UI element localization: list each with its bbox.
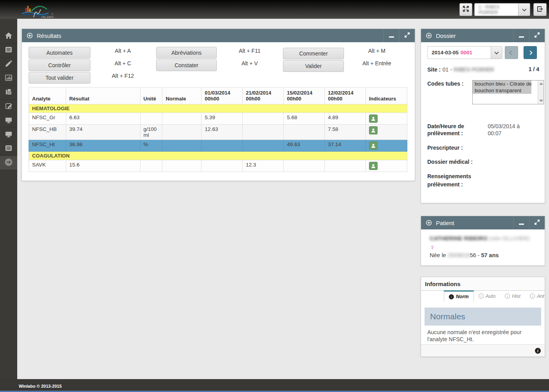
logout-button[interactable] bbox=[533, 3, 547, 16]
listbox-scrollbar[interactable] bbox=[538, 81, 544, 104]
tab-norm[interactable]: ↓ Norm bbox=[444, 290, 474, 302]
expand-button[interactable] bbox=[399, 29, 415, 42]
record-page-indicator: 1 / 4 bbox=[529, 66, 539, 72]
tab-ant[interactable]: ↓ Ant bbox=[525, 290, 549, 302]
scroll-down-icon[interactable] bbox=[539, 100, 543, 102]
codes-tubes-listbox[interactable]: bouchon bleu - Citrate de s bouchon tran… bbox=[472, 80, 544, 104]
field-label: Prescripteur : bbox=[427, 145, 463, 151]
site-row: Site : 01 - RIBES POIRIER 1 / 4 bbox=[427, 66, 539, 73]
sidebar-item-screen-2[interactable] bbox=[0, 128, 17, 142]
informations-footer: i bbox=[421, 344, 545, 356]
normales-message: Aucune normale n'est enregistrée pour l'… bbox=[427, 329, 541, 343]
list-item[interactable]: bouchon transparent bbox=[473, 87, 531, 94]
result-cell bbox=[162, 140, 202, 152]
sidebar-item-statistics[interactable] bbox=[0, 72, 17, 86]
expand-icon bbox=[534, 32, 540, 39]
circle-down-arrow-icon: ↓ bbox=[479, 294, 484, 299]
indicator-cell bbox=[365, 160, 407, 172]
minimize-button[interactable] bbox=[513, 29, 529, 42]
abreviations-button[interactable]: Abréviations bbox=[156, 47, 217, 59]
result-cell bbox=[162, 113, 202, 125]
minimize-button[interactable] bbox=[513, 216, 529, 229]
sidebar-item-enter-results[interactable] bbox=[0, 100, 17, 114]
record-number: 0001 bbox=[461, 50, 472, 55]
sidebar-item-fax[interactable] bbox=[0, 86, 17, 100]
sidebar-item-home[interactable] bbox=[0, 29, 17, 43]
person-icon bbox=[371, 116, 376, 121]
result-cell: % bbox=[140, 140, 162, 152]
record-date: 2014-03-05 bbox=[432, 50, 459, 55]
circle-down-arrow-icon: ↓ bbox=[505, 294, 510, 299]
left-sidebar bbox=[0, 19, 17, 379]
results-table-header-row: AnalyteRésultatUnitéNormale01/03/2014 00… bbox=[29, 88, 407, 104]
tout-valider-button[interactable]: Tout valider bbox=[29, 72, 90, 84]
minimize-icon bbox=[519, 220, 524, 226]
column-header: 21/02/2014 00h00 bbox=[243, 88, 284, 104]
patient-name: CATHERINE RIBEIRO bbox=[430, 235, 488, 242]
indicator-cell bbox=[365, 125, 407, 140]
winlabo-logo: INLABO ® bbox=[11, 1, 58, 20]
column-header: Analyte bbox=[29, 88, 66, 104]
indicator-button[interactable] bbox=[369, 141, 378, 150]
column-header: 01/03/2014 00h00 bbox=[202, 88, 243, 104]
controler-button[interactable]: Contrôler bbox=[29, 59, 90, 71]
table-row[interactable]: NFSC_Ht36.98%49.6337.14 bbox=[29, 140, 407, 152]
table-row[interactable]: HEMATOLOGIE bbox=[29, 104, 407, 113]
section-label: COAGULATION bbox=[29, 152, 407, 160]
chevron-left-icon bbox=[509, 50, 513, 55]
table-row[interactable]: SAVK15.612.3 bbox=[29, 160, 407, 172]
user-session-select[interactable]: 1 - RIBES POIRIER bbox=[474, 3, 530, 16]
previous-record-button[interactable] bbox=[505, 46, 518, 59]
table-row[interactable]: NFSC_Gr6.635.395.684.89 bbox=[29, 113, 407, 125]
results-panel: Résultats Automates Contrôler Tout valid… bbox=[22, 29, 415, 181]
table-row[interactable]: COAGULATION bbox=[29, 152, 407, 160]
results-table: AnalyteRésultatUnitéNormale01/03/2014 00… bbox=[29, 87, 407, 172]
field-label: Renseignements prélèvement : bbox=[427, 173, 471, 188]
person-icon bbox=[371, 164, 376, 168]
result-cell bbox=[202, 160, 243, 172]
list-icon bbox=[5, 46, 13, 55]
indicator-button[interactable] bbox=[369, 115, 378, 123]
sidebar-item-worklist[interactable] bbox=[0, 43, 17, 57]
site-label: Site : bbox=[427, 66, 441, 73]
result-cell bbox=[243, 113, 284, 125]
gender-female-icon: ♀ bbox=[430, 243, 435, 251]
automates-button[interactable]: Automates bbox=[29, 47, 90, 59]
column-header: 12/02/2014 00h00 bbox=[325, 88, 366, 104]
table-row[interactable]: NFSC_HB39.74g/100 ml12.637.58 bbox=[29, 125, 407, 140]
expand-button[interactable] bbox=[529, 216, 545, 229]
sidebar-item-next-record[interactable] bbox=[0, 156, 17, 170]
result-cell bbox=[202, 140, 243, 152]
sidebar-item-screen-1[interactable] bbox=[0, 114, 17, 128]
record-select[interactable]: 2014-03-05 0001 bbox=[427, 46, 502, 59]
footer-copyright: Winlabo © 2013-2015 bbox=[19, 384, 62, 388]
indicator-button[interactable] bbox=[369, 126, 378, 134]
field-label: Dossier médical : bbox=[427, 159, 473, 165]
result-cell bbox=[162, 125, 202, 140]
top-header-bar: INLABO ® 1 - RIBES POIRIER bbox=[0, 0, 549, 19]
expand-button[interactable] bbox=[529, 29, 545, 42]
arrow-right-circle-icon bbox=[4, 158, 13, 168]
field-renseignements: Renseignements prélèvement : bbox=[427, 172, 494, 189]
patient-panel-header: Patient bbox=[421, 216, 545, 229]
sidebar-item-edit[interactable] bbox=[0, 57, 17, 72]
tab-hist[interactable]: ↓ Hist bbox=[500, 290, 525, 302]
constater-button[interactable]: Constater bbox=[156, 59, 217, 71]
valider-button[interactable]: Valider bbox=[283, 60, 344, 72]
result-cell: NFSC_HB bbox=[29, 125, 66, 140]
column-header: 15/02/2014 00h00 bbox=[284, 88, 325, 104]
next-record-button[interactable] bbox=[524, 46, 537, 59]
tab-auto[interactable]: ↓ Auto bbox=[474, 290, 500, 302]
scroll-up-icon[interactable] bbox=[539, 82, 543, 85]
result-cell: 5.68 bbox=[284, 113, 325, 125]
chevron-down-icon bbox=[518, 4, 530, 16]
fullscreen-button[interactable] bbox=[459, 3, 472, 16]
sidebar-item-journal[interactable] bbox=[0, 142, 17, 156]
commenter-button[interactable]: Commenter bbox=[283, 48, 344, 59]
monitor-icon bbox=[5, 130, 13, 140]
indicator-button[interactable] bbox=[369, 162, 378, 170]
list-item[interactable]: bouchon bleu - Citrate de s bbox=[473, 81, 531, 87]
minimize-button[interactable] bbox=[383, 29, 399, 42]
pencil-icon bbox=[5, 60, 13, 69]
info-icon[interactable]: i bbox=[535, 348, 541, 354]
